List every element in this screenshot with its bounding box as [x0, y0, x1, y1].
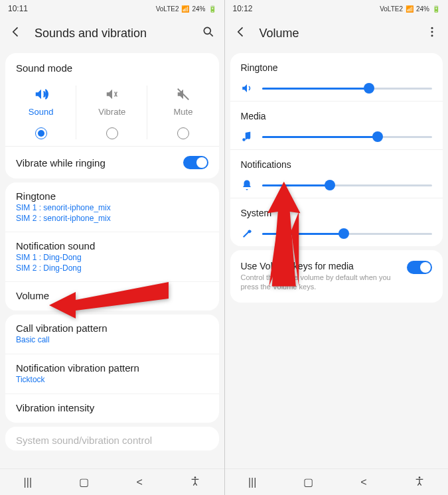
- row-title: Notification sound: [16, 240, 208, 251]
- mode-label: Vibrate: [98, 107, 125, 117]
- toggle-switch[interactable]: [183, 156, 208, 169]
- row-sub: Ticktock: [16, 375, 208, 386]
- app-header: Sounds and vibration: [0, 17, 224, 49]
- volume-slider[interactable]: [262, 88, 433, 90]
- volume-label: Ringtone: [241, 62, 433, 73]
- page-title: Sounds and vibration: [35, 27, 190, 40]
- row-sub: SIM 1 : Ding-Dong: [16, 253, 208, 263]
- volume-label: Notifications: [241, 159, 433, 170]
- nav-recent-icon[interactable]: |||: [24, 476, 32, 488]
- nav-home-icon[interactable]: ▢: [79, 476, 89, 488]
- volume-sliders-card: Ringtone Media Notifications: [230, 53, 443, 246]
- row-sub: Basic call: [16, 335, 208, 346]
- volume-media: Media: [230, 102, 443, 150]
- volume-label: Media: [241, 111, 433, 121]
- status-right: VoLTE2 📶 24% 🔋: [380, 5, 440, 13]
- row-title: Call vibration pattern: [16, 322, 208, 334]
- sound-mode-card: Sound mode Sound Vibrate Mute: [5, 53, 219, 178]
- nav-accessibility-icon[interactable]: [190, 476, 200, 489]
- cutoff-card[interactable]: System sound/vibration control: [5, 427, 219, 451]
- radio-icon: [177, 127, 189, 139]
- app-header: Volume: [225, 17, 449, 49]
- radio-icon: [35, 127, 47, 139]
- volume-label: System: [241, 208, 433, 218]
- navigation-bar: ||| ▢ <: [225, 468, 449, 495]
- call-vibration-row[interactable]: Call vibration pattern Basic call: [5, 315, 219, 354]
- wrench-icon: [241, 228, 253, 240]
- ringtone-row[interactable]: Ringtone SIM 1 : senorit-iphone_mix SIM …: [5, 182, 219, 232]
- music-icon: [241, 131, 253, 143]
- row-title: Use Volume keys for media: [241, 261, 401, 271]
- radio-icon: [106, 127, 118, 139]
- volume-notifications: Notifications: [230, 150, 443, 198]
- back-icon[interactable]: [9, 25, 23, 41]
- statusbar: 10:12 VoLTE2 📶 24% 🔋: [225, 0, 449, 17]
- nav-back-icon[interactable]: <: [136, 476, 142, 488]
- volume-row[interactable]: Volume: [5, 281, 219, 311]
- content-scroll[interactable]: Sound mode Sound Vibrate Mute: [0, 49, 224, 468]
- speaker-icon: [241, 82, 253, 94]
- volume-slider[interactable]: [262, 233, 433, 235]
- phone-right: 10:12 VoLTE2 📶 24% 🔋 Volume Ringtone: [224, 0, 449, 495]
- status-time: 10:12: [233, 4, 253, 13]
- notification-vibration-row[interactable]: Notification vibration pattern Ticktock: [5, 354, 219, 393]
- row-title: Notification vibration pattern: [16, 362, 208, 374]
- volume-slider[interactable]: [262, 136, 433, 138]
- row-title: Vibration intensity: [16, 402, 208, 413]
- mode-vibrate[interactable]: Vibrate: [76, 79, 147, 146]
- toggle-switch[interactable]: [407, 261, 432, 274]
- search-icon[interactable]: [202, 25, 215, 41]
- volume-keys-media-row[interactable]: Use Volume keys for media Control the me…: [230, 250, 443, 303]
- mode-label: Sound: [29, 107, 54, 117]
- statusbar: 10:11 VoLTE2 📶 24% 🔋: [0, 0, 224, 17]
- svg-point-0: [204, 27, 210, 34]
- back-icon[interactable]: [234, 25, 248, 41]
- row-title: System sound/vibration control: [16, 435, 208, 446]
- row-title: Volume: [16, 290, 208, 301]
- vibration-settings-card: Call vibration pattern Basic call Notifi…: [5, 315, 219, 422]
- bell-icon: [241, 179, 253, 191]
- row-sub: SIM 2 : senorit-iphone_mix: [16, 214, 208, 224]
- vibration-intensity-row[interactable]: Vibration intensity: [5, 393, 219, 423]
- page-title: Volume: [260, 27, 414, 40]
- navigation-bar: ||| ▢ <: [0, 468, 224, 495]
- phone-left: 10:11 VoLTE2 📶 24% 🔋 Sounds and vibratio…: [0, 0, 224, 495]
- mode-label: Mute: [173, 107, 192, 117]
- status-time: 10:11: [8, 4, 28, 13]
- nav-accessibility-icon[interactable]: [414, 476, 425, 489]
- svg-point-3: [431, 31, 433, 33]
- svg-point-2: [431, 27, 433, 29]
- nav-recent-icon[interactable]: |||: [248, 476, 256, 488]
- notification-sound-row[interactable]: Notification sound SIM 1 : Ding-Dong SIM…: [5, 232, 219, 281]
- row-sub: SIM 2 : Ding-Dong: [16, 263, 208, 274]
- row-title: Ringtone: [16, 190, 208, 202]
- nav-home-icon[interactable]: ▢: [303, 476, 313, 488]
- status-right: VoLTE2 📶 24% 🔋: [156, 5, 216, 13]
- volume-ringtone: Ringtone: [230, 53, 443, 102]
- svg-point-4: [431, 35, 433, 36]
- nav-back-icon[interactable]: <: [360, 476, 366, 488]
- row-sub: SIM 1 : senorit-iphone_mix: [16, 203, 208, 214]
- mode-mute[interactable]: Mute: [147, 79, 218, 146]
- sound-settings-card: Ringtone SIM 1 : senorit-iphone_mix SIM …: [5, 182, 219, 311]
- volume-keys-card: Use Volume keys for media Control the me…: [230, 250, 443, 303]
- mode-sound[interactable]: Sound: [5, 79, 76, 146]
- volume-slider[interactable]: [262, 184, 433, 186]
- more-icon[interactable]: [425, 25, 439, 41]
- content-scroll[interactable]: Ringtone Media Notifications: [225, 49, 449, 468]
- row-sub: Control the media volume by default when…: [241, 273, 401, 292]
- vibrate-while-ringing-row[interactable]: Vibrate while ringing: [5, 147, 219, 178]
- svg-point-1: [194, 476, 196, 478]
- volume-system: System: [230, 198, 443, 246]
- svg-point-5: [418, 476, 420, 478]
- row-label: Vibrate while ringing: [16, 157, 106, 169]
- sound-mode-title: Sound mode: [5, 53, 219, 79]
